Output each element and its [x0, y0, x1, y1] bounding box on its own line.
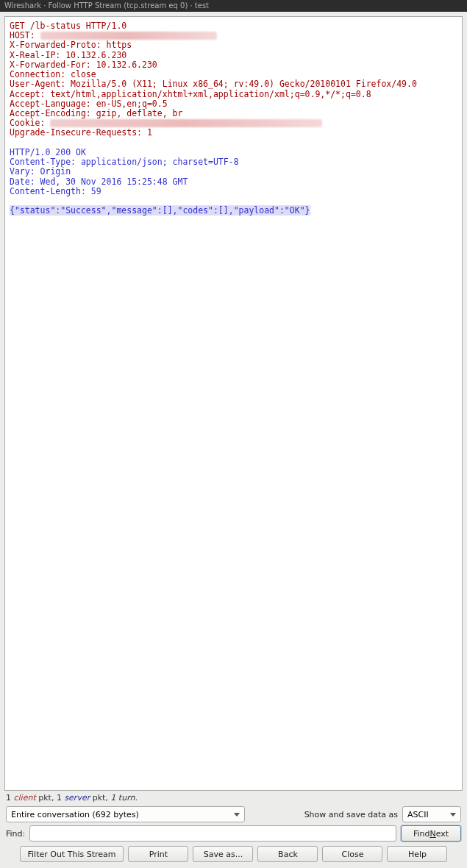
- req-xff: X-Forwarded-For: 10.132.6.230: [10, 60, 157, 70]
- req-accept-lang: Accept-Language: en-US,en;q=0.5: [10, 99, 168, 109]
- format-select-value: ASCII: [407, 810, 429, 819]
- find-next-mnemonic: N: [429, 829, 435, 839]
- packet-summary: 1 client pkt, 1 server pkt, 1 turn.: [4, 791, 463, 805]
- sum-mid1: pkt,: [36, 793, 57, 803]
- conversation-row: Entire conversation (692 bytes) Show and…: [4, 805, 463, 824]
- req-line: GET /lb-status HTTP/1.0: [10, 21, 126, 31]
- req-xfp: X-Forwarded-Proto: https: [10, 40, 132, 50]
- close-button[interactable]: Close: [322, 846, 382, 862]
- find-next-button[interactable]: Find Next: [401, 825, 461, 842]
- req-host-label: HOST:: [10, 30, 40, 40]
- server-word: server: [64, 793, 90, 803]
- req-accept: Accept: text/html,application/xhtml+xml,…: [10, 89, 371, 99]
- find-next-rest: ext: [436, 829, 449, 839]
- find-input[interactable]: [29, 825, 396, 842]
- print-button[interactable]: Print: [128, 846, 188, 862]
- window-titlebar: Wireshark · Follow HTTP Stream (tcp.stre…: [0, 0, 467, 12]
- req-upgrade: Upgrade-Insecure-Requests: 1: [10, 127, 152, 138]
- server-count: 1: [57, 793, 65, 803]
- res-clen: Content-Length: 59: [10, 186, 101, 196]
- format-select[interactable]: ASCII: [402, 806, 461, 822]
- res-date: Date: Wed, 30 Nov 2016 15:25:48 GMT: [10, 177, 188, 187]
- show-save-label: Show and save data as: [304, 810, 398, 819]
- res-vary: Vary: Origin: [10, 166, 71, 177]
- client-word: client: [14, 793, 36, 803]
- res-body: {"status":"Success","message":[],"codes"…: [10, 205, 310, 216]
- res-status: HTTP/1.0 200 OK: [10, 147, 86, 157]
- find-next-pre: Find: [413, 829, 430, 839]
- req-cookie-label: Cookie:: [10, 118, 50, 128]
- chevron-down-icon: [234, 813, 240, 817]
- req-ua: User-Agent: Mozilla/5.0 (X11; Linux x86_…: [10, 79, 417, 89]
- conversation-select[interactable]: Entire conversation (692 bytes): [6, 806, 245, 822]
- req-accept-enc: Accept-Encoding: gzip, deflate, br: [10, 108, 182, 118]
- req-xrip: X-Real-IP: 10.132.6.230: [10, 50, 126, 60]
- filter-out-button[interactable]: Filter Out This Stream: [20, 846, 124, 862]
- client-count: 1: [6, 793, 14, 803]
- find-row: Find: Find Next: [4, 824, 463, 843]
- back-button[interactable]: Back: [257, 846, 318, 862]
- dialog-body: GET /lb-status HTTP/1.0 HOST: X-Forwarde…: [0, 12, 467, 868]
- redacted-cookie: [50, 119, 322, 127]
- res-ctype: Content-Type: application/json; charset=…: [10, 157, 239, 167]
- turn-text: 1 turn.: [110, 793, 138, 803]
- conversation-select-value: Entire conversation (692 bytes): [11, 810, 139, 819]
- chevron-down-icon: [450, 813, 456, 817]
- stream-text-area[interactable]: GET /lb-status HTTP/1.0 HOST: X-Forwarde…: [4, 16, 463, 791]
- sum-mid2: pkt,: [90, 793, 110, 803]
- redacted-host: [40, 32, 217, 40]
- find-label: Find:: [6, 829, 25, 839]
- action-button-row: Filter Out This Stream Print Save as... …: [4, 843, 463, 864]
- req-conn: Connection: close: [10, 69, 96, 79]
- save-as-button[interactable]: Save as...: [193, 846, 253, 862]
- help-button[interactable]: Help: [387, 846, 447, 862]
